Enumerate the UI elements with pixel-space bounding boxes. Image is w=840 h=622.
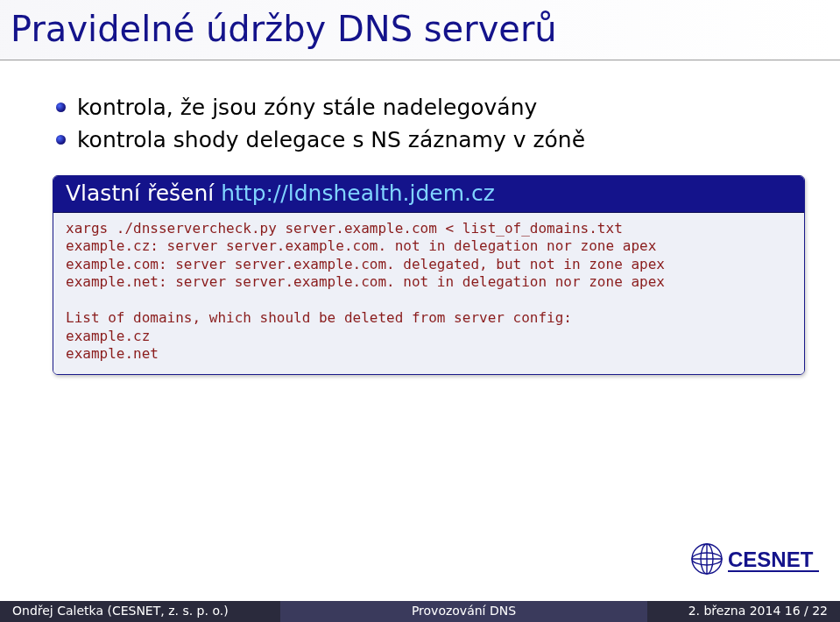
- block-header-link[interactable]: http://ldnshealth.jdem.cz: [221, 180, 495, 206]
- bullet-list: kontrola, že jsou zóny stále nadelegován…: [53, 94, 805, 154]
- footer-author: Ondřej Caletka (CESNET, z. s. p. o.): [0, 601, 280, 622]
- block-body: xargs ./dnsservercheck.py server.example…: [53, 213, 804, 374]
- cesnet-logo: CESNET: [689, 538, 821, 583]
- footer-title: Provozování DNS: [280, 601, 647, 622]
- logo-text: CESNET: [728, 548, 814, 571]
- block-header-prefix: Vlastní řešení: [66, 180, 221, 206]
- content-area: kontrola, že jsou zóny stále nadelegován…: [0, 60, 840, 375]
- footer-page: 2. března 2014 16 / 22: [647, 601, 840, 622]
- slide-title: Pravidelné údržby DNS serverů: [0, 0, 840, 60]
- list-item: kontrola, že jsou zóny stále nadelegován…: [53, 94, 805, 123]
- example-block: Vlastní řešení http://ldnshealth.jdem.cz…: [53, 175, 805, 375]
- list-item: kontrola shody delegace s NS záznamy v z…: [53, 126, 805, 155]
- footer: Ondřej Caletka (CESNET, z. s. p. o.) Pro…: [0, 601, 840, 622]
- block-header: Vlastní řešení http://ldnshealth.jdem.cz: [53, 176, 804, 213]
